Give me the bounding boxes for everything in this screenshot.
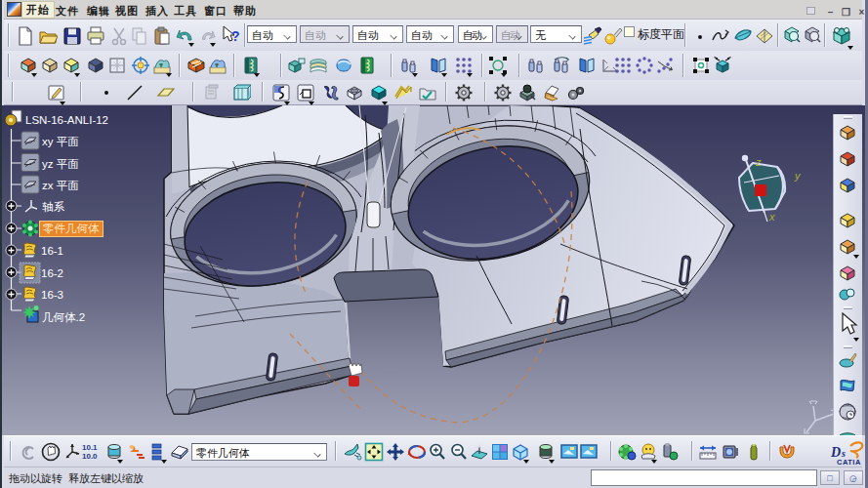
svg-text:x: x <box>768 211 775 223</box>
svg-text:CATIA: CATIA <box>837 458 861 466</box>
svg-text:z: z <box>755 156 762 168</box>
svg-text:?: ? <box>231 28 240 44</box>
